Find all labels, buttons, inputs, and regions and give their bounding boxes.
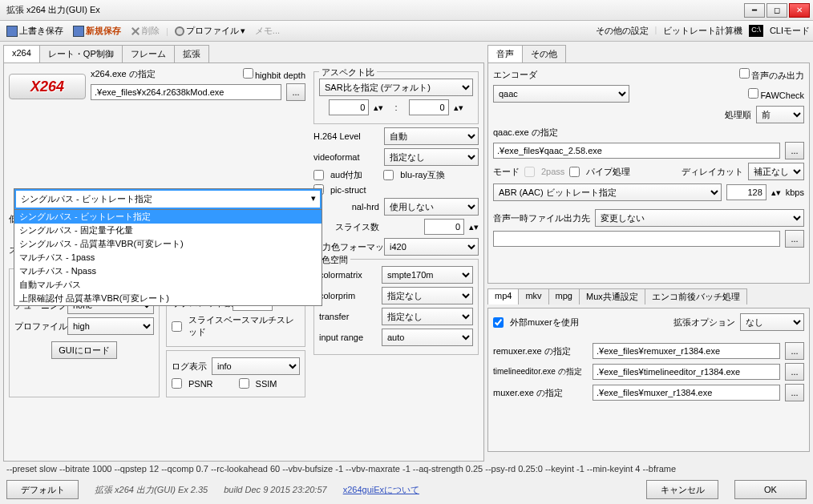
- maximize-button[interactable]: ◻: [766, 3, 787, 18]
- muxer-browse[interactable]: ...: [785, 384, 804, 401]
- memo-button[interactable]: メモ...: [252, 23, 283, 38]
- ssim-checkbox[interactable]: [239, 378, 249, 389]
- qaac-path-input[interactable]: [493, 143, 780, 159]
- window-title: 拡張 x264 出力(GUI) Ex: [3, 4, 744, 16]
- remuxer-browse[interactable]: ...: [785, 342, 804, 360]
- videoformat-select[interactable]: 指定なし: [384, 148, 479, 166]
- nalhrd-select[interactable]: 使用しない: [384, 198, 479, 216]
- pass-opt-2[interactable]: シングルパス - 品質基準VBR(可変レート): [14, 237, 322, 251]
- audio-bitrate-input[interactable]: [726, 184, 766, 200]
- x264-logo: X264: [9, 74, 86, 99]
- bluray-checkbox[interactable]: [383, 170, 394, 180]
- pass-opt-6[interactable]: 上限確認付 品質基準VBR(可変レート): [14, 292, 322, 305]
- x264-exe-browse[interactable]: ...: [286, 83, 305, 101]
- ok-button[interactable]: OK: [734, 480, 807, 499]
- muxer-path[interactable]: [593, 385, 780, 401]
- cancel-button[interactable]: キャンセル: [646, 480, 718, 499]
- delay-select[interactable]: 補正なし: [748, 163, 804, 180]
- build-info: build Dec 9 2015 23:20:57: [224, 485, 326, 494]
- audio-only-checkbox[interactable]: [739, 68, 750, 79]
- other-settings-link[interactable]: その他の設定: [596, 25, 649, 37]
- delete-button[interactable]: 削除: [127, 23, 163, 38]
- sliced-mt-checkbox[interactable]: [172, 321, 182, 332]
- highbit-checkbox[interactable]: [243, 68, 253, 79]
- tab-ext[interactable]: 拡張: [174, 45, 209, 62]
- profile-menu[interactable]: プロファイル ▾: [172, 23, 249, 38]
- muxtab-mp4[interactable]: mp4: [487, 288, 519, 304]
- save-button[interactable]: 上書き保存: [3, 23, 67, 38]
- pass-mode-dropdown[interactable]: シングルパス - ビットレート指定 シングルパス - ビットレート指定 シングル…: [14, 188, 322, 306]
- psnr-checkbox[interactable]: [172, 378, 182, 389]
- cli-mode-link[interactable]: CLIモード: [770, 25, 810, 37]
- x264-exe-path[interactable]: [91, 84, 281, 100]
- aspect-title: アスペクト比: [319, 67, 377, 79]
- close-button[interactable]: ✕: [789, 3, 810, 18]
- twopass-checkbox: [524, 167, 535, 177]
- h264level-select[interactable]: 自動: [384, 127, 479, 145]
- qaac-exe-label: qaac.exe の指定: [493, 127, 558, 139]
- new-save-icon: [73, 26, 84, 37]
- log-select[interactable]: info: [212, 357, 300, 375]
- pass-opt-3[interactable]: マルチパス - 1pass: [14, 251, 322, 264]
- external-muxer-checkbox[interactable]: [493, 317, 504, 328]
- about-link[interactable]: x264guiExについて: [343, 484, 419, 496]
- colormatrix-select[interactable]: smpte170m: [382, 266, 473, 284]
- slices-input[interactable]: [424, 219, 464, 235]
- colorprim-select[interactable]: 指定なし: [382, 287, 473, 304]
- remuxer-path[interactable]: [593, 343, 780, 359]
- tab-audio[interactable]: 音声: [487, 45, 523, 62]
- commandline-preview: --preset slow --bitrate 1000 --qpstep 12…: [0, 461, 813, 477]
- pass-opt-0[interactable]: シングルパス - ビットレート指定: [14, 210, 322, 224]
- default-button[interactable]: デフォルト: [6, 480, 79, 499]
- minimize-button[interactable]: ━: [744, 3, 765, 18]
- x264-exe-label: x264.exe の指定: [91, 68, 156, 80]
- audio-mode-select[interactable]: ABR (AAC) ビットレート指定: [493, 183, 722, 201]
- tab-frame[interactable]: フレーム: [122, 45, 175, 62]
- fawcheck-checkbox[interactable]: [748, 88, 758, 99]
- aud-checkbox[interactable]: [313, 170, 324, 180]
- pass-mode-selected[interactable]: シングルパス - ビットレート指定: [14, 189, 322, 209]
- tab-x264[interactable]: x264: [3, 45, 40, 62]
- pass-opt-5[interactable]: 自動マルチパス: [14, 278, 322, 292]
- timeline-path[interactable]: [593, 364, 780, 380]
- pass-opt-4[interactable]: マルチパス - Npass: [14, 264, 322, 278]
- cli-icon: C:\: [749, 25, 763, 37]
- tab-rate-qp[interactable]: レート・QP制御: [39, 45, 123, 62]
- outfmt-select[interactable]: i420: [384, 238, 479, 256]
- inputrange-select[interactable]: auto: [382, 329, 473, 346]
- pass-opt-1[interactable]: シングルパス - 固定量子化量: [14, 224, 322, 237]
- extopt-select[interactable]: なし: [740, 313, 804, 331]
- transfer-select[interactable]: 指定なし: [382, 308, 473, 325]
- muxtab-mkv[interactable]: mkv: [518, 288, 548, 304]
- qaac-browse[interactable]: ...: [785, 142, 804, 159]
- muxtab-mpg[interactable]: mpg: [548, 288, 580, 304]
- pipe-checkbox[interactable]: [569, 167, 580, 177]
- aspect-x[interactable]: [329, 99, 369, 115]
- tmpout-path[interactable]: [493, 231, 780, 247]
- app-name: 拡張 x264 出力(GUI) Ex 2.35: [95, 484, 208, 496]
- tmpout-browse[interactable]: ...: [785, 230, 804, 248]
- tab-other[interactable]: その他: [522, 45, 566, 62]
- save-icon: [6, 26, 18, 37]
- profile-select[interactable]: high: [67, 317, 154, 335]
- timeline-browse[interactable]: ...: [785, 363, 804, 381]
- new-save-button[interactable]: 新規保存: [70, 23, 124, 38]
- muxtab-batch[interactable]: エンコ前後バッチ処理: [645, 288, 747, 304]
- bitrate-calc-link[interactable]: ビットレート計算機: [663, 25, 742, 37]
- colorspace-title: 色空間: [319, 254, 350, 266]
- gear-icon: [175, 26, 184, 36]
- gui-load-button[interactable]: GUIにロード: [51, 341, 117, 359]
- delete-icon: [131, 26, 140, 36]
- muxtab-common[interactable]: Mux共通設定: [579, 288, 645, 304]
- encoder-select[interactable]: qaac: [493, 85, 629, 103]
- encoder-label: エンコーダ: [493, 69, 537, 81]
- tmpout-select[interactable]: 変更しない: [595, 209, 804, 227]
- aspect-mode-select[interactable]: SAR比を指定 (デフォルト): [319, 79, 473, 96]
- order-select[interactable]: 前: [756, 106, 804, 123]
- aspect-y[interactable]: [409, 99, 449, 115]
